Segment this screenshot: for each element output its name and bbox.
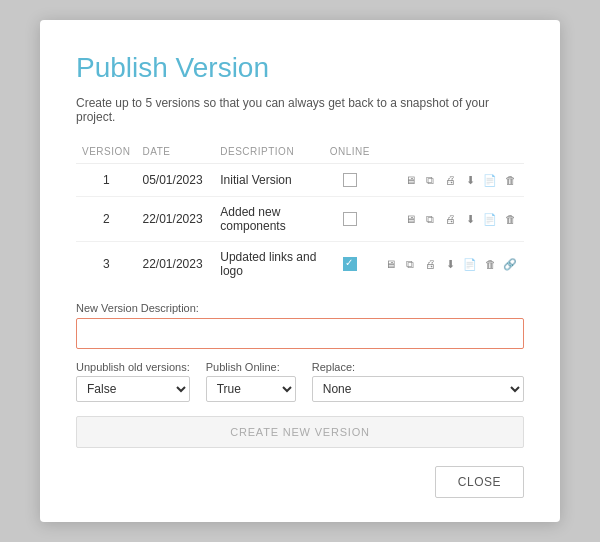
table-row: 222/01/2023Added new components🖥⧉🖨⬇📄🗑 (76, 197, 524, 242)
link-icon[interactable]: 🔗 (502, 256, 518, 272)
col-header-version: VERSION (76, 142, 137, 164)
copy-icon[interactable]: ⧉ (422, 172, 438, 188)
cell-date: 22/01/2023 (137, 242, 215, 287)
delete-icon[interactable]: 🗑 (482, 256, 498, 272)
copy-icon[interactable]: ⧉ (422, 211, 438, 227)
view-icon[interactable]: 🖥 (382, 256, 398, 272)
copy-icon[interactable]: ⧉ (402, 256, 418, 272)
form-options-row: Unpublish old versions: False True Publi… (76, 361, 524, 402)
delete-icon[interactable]: 🗑 (502, 211, 518, 227)
cell-actions: 🖥⧉🖨⬇📄🗑🔗 (376, 242, 524, 287)
preview-icon[interactable]: 🖨 (442, 211, 458, 227)
desc-label: New Version Description: (76, 302, 524, 314)
view-icon[interactable]: 🖥 (402, 211, 418, 227)
table-row: 105/01/2023Initial Version🖥⧉🖨⬇📄🗑 (76, 164, 524, 197)
cell-online[interactable] (324, 164, 376, 197)
publish-version-modal: Publish Version Create up to 5 versions … (40, 20, 560, 522)
cell-actions: 🖥⧉🖨⬇📄🗑 (376, 197, 524, 242)
publish-label: Publish Online: (206, 361, 296, 373)
create-version-button[interactable]: CREATE NEW VERSION (76, 416, 524, 448)
online-checkbox[interactable] (343, 257, 357, 271)
view-icon[interactable]: 🖥 (402, 172, 418, 188)
close-button[interactable]: CLOSE (435, 466, 524, 498)
download-icon[interactable]: ⬇ (462, 172, 478, 188)
online-checkbox[interactable] (343, 212, 357, 226)
publish-group: Publish Online: True False (206, 361, 296, 402)
versions-table: VERSION DATE DESCRIPTION ONLINE 105/01/2… (76, 142, 524, 286)
preview-icon[interactable]: 🖨 (422, 256, 438, 272)
delete-icon[interactable]: 🗑 (502, 172, 518, 188)
table-row: 322/01/2023Updated links and logo🖥⧉🖨⬇📄🗑🔗 (76, 242, 524, 287)
unpublish-group: Unpublish old versions: False True (76, 361, 190, 402)
col-header-online: ONLINE (324, 142, 376, 164)
preview-icon[interactable]: 🖨 (442, 172, 458, 188)
cell-online[interactable] (324, 242, 376, 287)
cell-version: 3 (76, 242, 137, 287)
cell-description: Added new components (214, 197, 323, 242)
file-icon[interactable]: 📄 (482, 172, 498, 188)
col-header-actions (376, 142, 524, 164)
download-icon[interactable]: ⬇ (462, 211, 478, 227)
cell-date: 22/01/2023 (137, 197, 215, 242)
new-version-form: New Version Description: Unpublish old v… (76, 302, 524, 448)
replace-label: Replace: (312, 361, 524, 373)
cell-description: Updated links and logo (214, 242, 323, 287)
cell-date: 05/01/2023 (137, 164, 215, 197)
publish-select[interactable]: True False (206, 376, 296, 402)
col-header-date: DATE (137, 142, 215, 164)
cell-online[interactable] (324, 197, 376, 242)
online-checkbox[interactable] (343, 173, 357, 187)
file-icon[interactable]: 📄 (462, 256, 478, 272)
desc-input[interactable] (76, 318, 524, 349)
cell-version: 2 (76, 197, 137, 242)
cell-version: 1 (76, 164, 137, 197)
modal-title: Publish Version (76, 52, 524, 84)
download-icon[interactable]: ⬇ (442, 256, 458, 272)
unpublish-select[interactable]: False True (76, 376, 190, 402)
replace-group: Replace: None Version 1 Version 2 Versio… (312, 361, 524, 402)
col-header-description: DESCRIPTION (214, 142, 323, 164)
unpublish-label: Unpublish old versions: (76, 361, 190, 373)
cell-description: Initial Version (214, 164, 323, 197)
cell-actions: 🖥⧉🖨⬇📄🗑 (376, 164, 524, 197)
file-icon[interactable]: 📄 (482, 211, 498, 227)
modal-footer: CLOSE (76, 466, 524, 498)
modal-subtitle: Create up to 5 versions so that you can … (76, 96, 524, 124)
replace-select[interactable]: None Version 1 Version 2 Version 3 (312, 376, 524, 402)
